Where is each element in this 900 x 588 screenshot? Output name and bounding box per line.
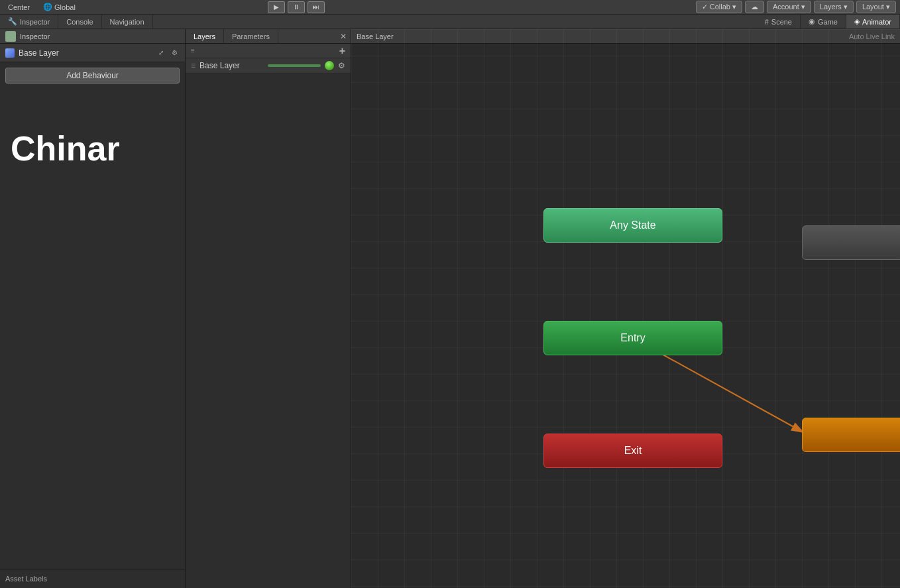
layers-panel: Layers Parameters ✕ ≡ + ≡ Base Layer ⚙ bbox=[186, 29, 351, 588]
any-state-node[interactable]: Any State bbox=[543, 208, 722, 243]
layers-dropdown[interactable]: Layers ▾ bbox=[814, 1, 854, 13]
header-icons: ⤢ ⚙ bbox=[156, 48, 180, 58]
base-layer-item-left: ≡ Base Layer bbox=[191, 61, 240, 70]
tab-animator[interactable]: ◈ Animator bbox=[846, 15, 900, 29]
inspector-icon: 🔧 bbox=[8, 17, 17, 26]
base-layer-item[interactable]: ≡ Base Layer ⚙ bbox=[186, 58, 351, 74]
layers-tabs: Layers Parameters bbox=[186, 29, 278, 43]
pause-button[interactable]: ⏸ bbox=[288, 1, 305, 13]
inspector-sub-header: Base Layer ⤢ ⚙ bbox=[0, 44, 185, 62]
settings-icon[interactable]: ⚙ bbox=[169, 48, 180, 58]
global-icon: 🌐 bbox=[43, 3, 52, 11]
drag-handle-icon: ≡ bbox=[191, 61, 196, 70]
animator-icon: ◈ bbox=[854, 17, 860, 26]
avatar-icon bbox=[5, 31, 16, 42]
add-behaviour-button[interactable]: Add Behaviour bbox=[5, 68, 180, 84]
layer-active-dot bbox=[325, 61, 334, 70]
animator-area: Base Layer Auto Live Link bbox=[351, 29, 900, 588]
grid-canvas bbox=[351, 29, 900, 588]
inspector-header: Inspector bbox=[0, 29, 185, 44]
tab-scene[interactable]: # Scene bbox=[757, 15, 801, 29]
main-layout: Inspector Base Layer ⤢ ⚙ Add Behaviour C… bbox=[0, 29, 900, 588]
tab-game[interactable]: ◉ Game bbox=[801, 15, 846, 29]
layer-weight-bar bbox=[268, 64, 321, 67]
account-button[interactable]: Account ▾ bbox=[767, 1, 811, 13]
chinar-heading: Chinar bbox=[0, 115, 185, 182]
run-node[interactable]: Run bbox=[802, 225, 900, 260]
top-bar-right: ✓ Collab ▾ ☁ Account ▾ Layers ▾ Layout ▾ bbox=[696, 1, 896, 13]
base-layer-label: Base Layer bbox=[5, 48, 59, 58]
global-toggle[interactable]: 🌐 Global bbox=[39, 1, 80, 13]
layers-panel-toolbar: ≡ + bbox=[186, 44, 351, 58]
layout-dropdown[interactable]: Layout ▾ bbox=[856, 1, 896, 13]
cloud-button[interactable]: ☁ bbox=[745, 1, 764, 13]
asset-labels: Asset Labels bbox=[0, 569, 185, 588]
layer-weight-fill bbox=[268, 64, 321, 67]
layers-tab-parameters[interactable]: Parameters bbox=[224, 29, 278, 43]
layer-gear-icon[interactable]: ⚙ bbox=[338, 61, 345, 70]
layers-close-icon[interactable]: ✕ bbox=[340, 32, 347, 41]
tab-console[interactable]: Console bbox=[58, 15, 101, 29]
tab-row: 🔧 Inspector Console Navigation # Scene ◉… bbox=[0, 15, 900, 29]
inspector-panel: Inspector Base Layer ⤢ ⚙ Add Behaviour C… bbox=[0, 29, 186, 588]
skip-button[interactable]: ⏭ bbox=[308, 1, 325, 13]
layers-header: Layers Parameters ✕ bbox=[186, 29, 351, 44]
center-toggle[interactable]: Center bbox=[4, 2, 34, 13]
layers-tab-layers[interactable]: Layers bbox=[186, 29, 224, 43]
game-icon: ◉ bbox=[809, 17, 815, 26]
tab-inspector[interactable]: 🔧 Inspector bbox=[0, 15, 58, 29]
exit-node[interactable]: Exit bbox=[543, 434, 722, 468]
tab-navigation[interactable]: Navigation bbox=[102, 15, 153, 29]
entry-node[interactable]: Entry bbox=[543, 321, 722, 355]
expand-icon[interactable]: ⤢ bbox=[156, 48, 166, 58]
idle-node[interactable]: Idle bbox=[802, 418, 900, 452]
object-icon bbox=[5, 48, 15, 58]
collab-button[interactable]: ✓ Collab ▾ bbox=[696, 1, 742, 13]
inspector-title: Inspector bbox=[20, 32, 50, 40]
playback-controls: ▶ ⏸ ⏭ bbox=[268, 1, 325, 13]
play-button[interactable]: ▶ bbox=[268, 1, 285, 13]
scene-icon: # bbox=[765, 18, 769, 26]
top-bar: Center 🌐 Global ▶ ⏸ ⏭ ✓ Collab ▾ ☁ Accou… bbox=[0, 0, 900, 15]
layers-add-button[interactable]: + bbox=[339, 45, 345, 57]
